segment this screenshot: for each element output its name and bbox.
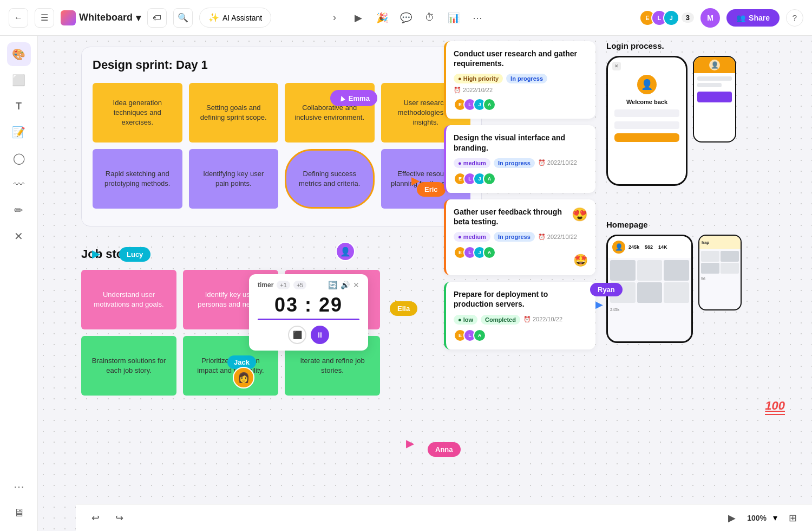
chevron-down-icon: ▾ <box>136 12 141 24</box>
task-card-4[interactable]: Prepare for deployment to production ser… <box>444 282 595 349</box>
phone-login-button[interactable] <box>614 133 679 142</box>
homepage-mockup-small: hap 56 <box>698 235 742 310</box>
task-status-4: Completed <box>481 315 520 325</box>
sidebar-tool-draw[interactable]: ✏ <box>7 198 31 222</box>
sticky-metrics[interactable]: Defining success metrics and criteria. <box>285 149 375 209</box>
task-avatar: A <box>483 172 496 185</box>
sticky-goals[interactable]: Setting goals and defining sprint scope. <box>189 83 279 143</box>
search-icon: 🔍 <box>178 12 188 23</box>
back-button[interactable]: ← <box>9 8 28 28</box>
zoom-chevron-icon[interactable]: ▾ <box>773 513 777 523</box>
hp-cell <box>637 282 663 303</box>
nav-chart-button[interactable]: 📊 <box>444 8 463 28</box>
ai-icon: ✨ <box>208 12 219 23</box>
task-priority-3: ● medium <box>454 232 490 242</box>
canvas: Design sprint: Day 1 Idea generation tec… <box>38 36 812 531</box>
expand-icon: ⊞ <box>789 512 797 524</box>
cursor-arrow-anna: ▶ <box>406 437 414 450</box>
my-avatar[interactable]: M <box>700 8 720 28</box>
login-phone-mockup: ✕ 👤 Welcome back <box>606 56 687 186</box>
menu-button[interactable]: ☰ <box>35 8 54 28</box>
bottom-bar: ↩ ↪ ▶ 100% ▾ ⊞ <box>76 504 812 531</box>
whiteboard-label: Whiteboard <box>79 12 133 23</box>
whiteboard-icon <box>61 10 76 25</box>
sticky-brainstorm[interactable]: Brainstorm solutions for each job story. <box>81 336 176 396</box>
timer-volume-button[interactable]: 🔊 <box>340 281 350 289</box>
cursor-ryan: Ryan ▶ <box>590 283 623 310</box>
ryan-label: Ryan <box>590 283 623 296</box>
task-title-3: Gather user feedback through beta testin… <box>454 207 572 226</box>
expand-button[interactable]: ⊞ <box>784 509 801 527</box>
timer-pause-button[interactable]: ⏸ <box>311 326 329 344</box>
sidebar-tool-more[interactable]: ⋯ <box>7 475 31 498</box>
nav-comment-button[interactable]: 💬 <box>396 8 416 28</box>
topnav: ← ☰ Whiteboard ▾ 🏷 🔍 ✨ AI Assistant › ▶ … <box>0 0 812 36</box>
help-icon: ? <box>793 13 797 22</box>
task-meta-3: ● medium In progress ⏰ 2022/10/22 <box>454 232 588 242</box>
cursor-arrow-eric: ▶ <box>411 174 420 187</box>
task-card-1[interactable]: Conduct user research and gather require… <box>444 41 595 119</box>
redo-icon: ↪ <box>115 512 123 524</box>
task-card-3[interactable]: Gather user feedback through beta testin… <box>444 199 595 275</box>
nav-play-button[interactable]: ▶ <box>349 8 368 28</box>
phone-close-icon: ✕ <box>612 62 621 70</box>
login-process-panel: Login process. ✕ 👤 Welcome back 👤 <box>606 41 807 186</box>
whiteboard-title[interactable]: Whiteboard ▾ <box>61 10 141 25</box>
share-button[interactable]: 👥 Share <box>726 9 780 27</box>
nav-timer-button[interactable]: ⏱ <box>420 8 440 28</box>
redo-button[interactable]: ↪ <box>110 509 128 527</box>
task-title-4: Prepare for deployment to production ser… <box>454 289 588 309</box>
sticky-pain-points[interactable]: Identifying key user pain points. <box>189 149 279 209</box>
task-priority-1: ● High priority <box>454 74 503 83</box>
search-button[interactable]: 🔍 <box>173 8 193 28</box>
timer-close-button[interactable]: ✕ <box>353 281 359 289</box>
sidebar-tool-connector[interactable]: ✕ <box>7 224 31 248</box>
sticky-idea-gen[interactable]: Idea generation techniques and exercises… <box>93 83 182 143</box>
homepage-panel: Homepage 👤 245k 562 14K <box>606 220 807 343</box>
task-avatars-2: E L J A <box>454 172 588 185</box>
sidebar-tool-shape[interactable]: ◯ <box>7 146 31 170</box>
task-meta-4: ● low Completed ⏰ 2022/10/22 <box>454 315 588 325</box>
sidebar-tool-present[interactable]: 🖥 <box>7 501 31 524</box>
sidebar-tool-frame[interactable]: ⬜ <box>7 68 31 92</box>
hp-cell <box>664 260 689 281</box>
hp-avatar: 👤 <box>612 241 625 254</box>
tag-button[interactable]: 🏷 <box>147 8 167 28</box>
task-meta-2: ● medium In progress ⏰ 2022/10/22 <box>454 158 588 168</box>
sticky-collab[interactable]: Collaborative and inclusive environment. <box>285 83 375 143</box>
sticky-motivations[interactable]: +1 Understand user motivations and goals… <box>81 270 176 329</box>
task-status-1: In progress <box>506 74 547 83</box>
nav-more-button[interactable]: ⋯ <box>468 8 487 28</box>
task-date-3: ⏰ 2022/10/22 <box>538 234 577 241</box>
play-button[interactable]: ▶ <box>723 509 741 527</box>
sticky-sketch[interactable]: Rapid sketching and prototyping methods. <box>93 149 182 209</box>
help-button[interactable]: ? <box>786 9 803 27</box>
undo-button[interactable]: ↩ <box>87 509 104 527</box>
cursor-arrow-ella: ▶ <box>395 297 403 310</box>
cursor-arrow-lucy: ▶ <box>92 247 100 260</box>
task-card-2[interactable]: Design the visual interface and branding… <box>444 125 595 192</box>
jack-avatar-face: 👩 <box>233 367 254 388</box>
sidebar-tool-text[interactable]: T <box>7 94 31 118</box>
ai-assistant-button[interactable]: ✨ AI Assistant <box>199 8 271 28</box>
zoom-level[interactable]: 100% <box>747 514 767 522</box>
sprint-title: Design sprint: Day 1 <box>93 58 470 72</box>
nav-forward-button[interactable]: › <box>325 8 344 28</box>
timer-refresh-button[interactable]: 🔄 <box>328 281 337 289</box>
task-priority-2: ● medium <box>454 158 490 168</box>
task-status-3: In progress <box>494 232 535 242</box>
timer-badge1: +1 <box>277 281 290 289</box>
hp-stat-1: 245k <box>628 244 639 250</box>
sidebar-tool-curve[interactable]: 〰 <box>7 172 31 196</box>
timer-stop-button[interactable]: ⬛ <box>288 326 306 344</box>
emoji-reaction-star: 🤩 <box>573 254 588 267</box>
undo-icon: ↩ <box>91 512 100 524</box>
emoji-reaction-1: 😍 <box>572 207 588 222</box>
login-phone-mockup-small: 👤 <box>693 56 736 143</box>
play-icon: ▶ <box>728 512 736 524</box>
timer-header: timer +1 +5 🔄 🔊 ✕ <box>258 281 359 289</box>
nav-confetti-button[interactable]: 🎉 <box>372 8 392 28</box>
sidebar-tool-sticky[interactable]: 📝 <box>7 120 31 144</box>
menu-icon: ☰ <box>41 12 48 23</box>
sidebar-tool-palette[interactable]: 🎨 <box>7 42 31 66</box>
